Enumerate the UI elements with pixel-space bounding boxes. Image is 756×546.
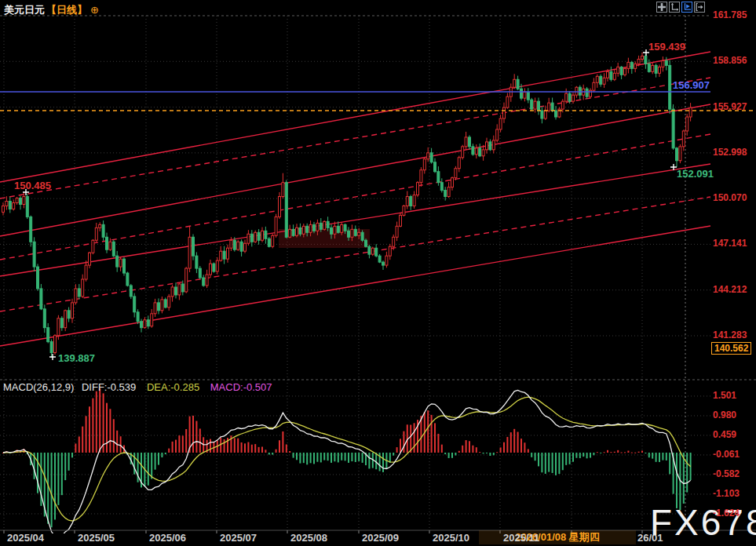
pan-glyph (658, 3, 666, 11)
axis-scale-glyph (670, 3, 678, 11)
symbol-title: 美元日元 (4, 4, 45, 16)
macd-macd-value: MACD:-0.507 (210, 381, 272, 393)
shift-right-icon[interactable] (694, 2, 705, 13)
crosshair-date-label: 2026/01/08 星期四 (479, 530, 636, 544)
title-bar: 美元日元【日线】⊕ (4, 3, 99, 17)
chart-window: 美元日元【日线】⊕ MACD(26,12,9) DIFF:-0.539 DEA:… (0, 0, 756, 546)
scroll-to-latest-glyph (683, 3, 691, 11)
macd-header: MACD(26,12,9) DIFF:-0.539 DEA:-0.285 MAC… (3, 381, 272, 393)
shift-right-glyph (696, 3, 703, 11)
chart-canvas[interactable] (0, 0, 756, 546)
add-indicator-icon[interactable]: ⊕ (90, 4, 99, 16)
pan-icon[interactable] (656, 2, 667, 13)
macd-diff-value: DIFF:-0.539 (82, 381, 136, 393)
macd-dea-value: DEA:-0.285 (147, 381, 199, 393)
macd-params-label: MACD(26,12,9) (3, 381, 74, 393)
chart-toolbar (656, 2, 705, 13)
scroll-to-latest-icon[interactable] (681, 2, 692, 13)
fx678-watermark: FX678 (650, 501, 756, 544)
axis-scale-icon[interactable] (669, 2, 680, 13)
timeframe-label: 【日线】 (46, 4, 87, 16)
